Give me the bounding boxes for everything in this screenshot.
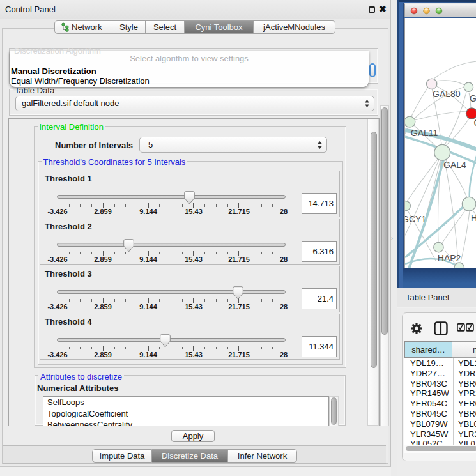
svg-text:GAL4: GAL4 (443, 160, 466, 170)
svg-text:HAP2: HAP2 (438, 253, 461, 263)
svg-text:GAL1: GAL1 (470, 93, 476, 104)
svg-text:H: H (471, 213, 476, 223)
svg-text:C: C (474, 118, 476, 128)
svg-text:GAL11: GAL11 (411, 128, 438, 138)
svg-text:GAL80: GAL80 (433, 89, 461, 99)
svg-text:GCY1: GCY1 (405, 214, 426, 224)
